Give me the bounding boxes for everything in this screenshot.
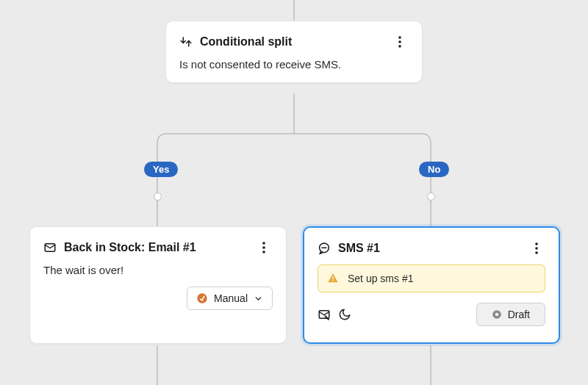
svg-point-11 xyxy=(535,251,538,254)
more-vertical-icon xyxy=(398,36,401,48)
svg-point-1 xyxy=(398,40,401,43)
card-header: Conditional split xyxy=(179,33,409,51)
email-title: Back in Stock: Email #1 xyxy=(64,241,196,254)
sms-footer: Draft xyxy=(318,303,545,326)
svg-point-16 xyxy=(495,313,498,317)
status-button[interactable]: Draft xyxy=(476,303,545,326)
email-footer: Manual xyxy=(43,287,273,310)
svg-point-6 xyxy=(262,251,265,253)
branch-no-pill: No xyxy=(419,162,449,177)
sms-title: SMS #1 xyxy=(338,242,380,255)
no-port xyxy=(427,192,435,201)
chevron-down-icon xyxy=(254,294,263,303)
email-more-button[interactable] xyxy=(255,239,273,256)
svg-point-10 xyxy=(535,247,538,250)
status-label: Draft xyxy=(508,309,530,320)
conditional-more-button[interactable] xyxy=(391,33,409,51)
svg-point-0 xyxy=(398,36,401,39)
smart-send-icon[interactable] xyxy=(318,308,331,321)
sms-card[interactable]: SMS #1 Set up sms #1 xyxy=(303,226,560,344)
conditional-split-card[interactable]: Conditional split Is not consented to re… xyxy=(165,21,423,83)
sms-more-button[interactable] xyxy=(528,240,545,257)
quiet-hours-icon[interactable] xyxy=(338,308,351,321)
svg-rect-12 xyxy=(332,276,333,279)
svg-point-7 xyxy=(197,293,207,303)
send-mode-label: Manual xyxy=(214,292,248,304)
more-vertical-icon xyxy=(535,242,538,254)
sms-icon xyxy=(318,242,331,255)
conditional-description: Is not consented to receive SMS. xyxy=(179,58,409,71)
svg-rect-13 xyxy=(332,280,333,281)
branch-yes-label: Yes xyxy=(153,164,169,175)
card-header-left: Back in Stock: Email #1 xyxy=(43,241,196,254)
more-vertical-icon xyxy=(262,242,265,253)
email-card[interactable]: Back in Stock: Email #1 The wait is over… xyxy=(29,226,287,344)
svg-point-9 xyxy=(535,242,538,245)
sms-mini-icons xyxy=(318,308,351,321)
email-description: The wait is over! xyxy=(43,264,273,276)
warning-icon xyxy=(327,273,339,284)
draft-status-icon xyxy=(492,309,502,320)
branch-yes-pill: Yes xyxy=(144,162,178,177)
card-header-left: Conditional split xyxy=(179,35,292,48)
conditional-title: Conditional split xyxy=(200,35,292,48)
card-header: SMS #1 xyxy=(318,240,545,257)
branch-no-label: No xyxy=(428,164,440,175)
sms-warning-banner[interactable]: Set up sms #1 xyxy=(318,265,545,292)
email-icon xyxy=(43,241,57,254)
send-mode-dropdown[interactable]: Manual xyxy=(187,287,273,310)
manual-icon xyxy=(196,292,208,304)
split-icon xyxy=(179,35,193,48)
sms-warning-text: Set up sms #1 xyxy=(348,273,414,284)
svg-point-4 xyxy=(262,242,265,245)
card-header-left: SMS #1 xyxy=(318,242,380,255)
yes-port xyxy=(154,192,162,201)
svg-point-5 xyxy=(262,246,265,249)
card-header: Back in Stock: Email #1 xyxy=(43,239,273,256)
svg-point-2 xyxy=(398,45,401,48)
